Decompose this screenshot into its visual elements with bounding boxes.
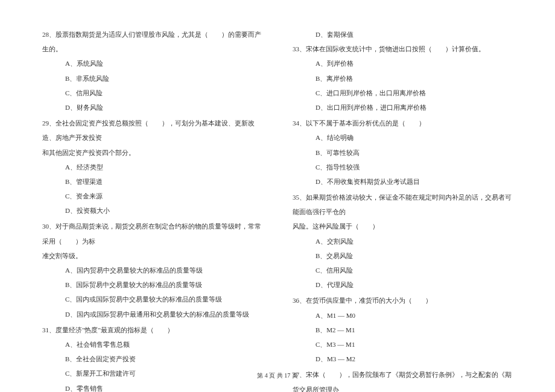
option-d: D、零售销售 xyxy=(42,381,262,393)
option-c: C、国内或国际贸易中交易量较大的标准品的质量等级 xyxy=(42,292,262,306)
option-b: B、交易风险 xyxy=(293,248,513,263)
option-b: B、国际贸易中交易量较大的标准品的质量等级 xyxy=(42,277,262,292)
question-text: 29、全社会固定资产投资总额按照（ ），可划分为基本建设、更新改造、房地产开发投… xyxy=(42,116,262,145)
option-d: D、财务风险 xyxy=(42,100,262,115)
question-continuation: 风险。这种风险属于（ ） xyxy=(293,219,513,233)
option-b: B、可靠性较高 xyxy=(293,145,513,160)
option-b: B、非系统风险 xyxy=(42,71,262,86)
option-b: B、全社会固定资产投资 xyxy=(42,352,262,366)
option-b: B、管理渠道 xyxy=(42,174,262,189)
option-d: D、投资额大小 xyxy=(42,203,262,218)
option-c: C、M3 — M1 xyxy=(293,337,513,352)
question-text: 36、在货币供应量中，准货币的大小为（ ） xyxy=(293,293,513,308)
question-36: 36、在货币供应量中，准货币的大小为（ ） A、M1 — M0 B、M2 — M… xyxy=(293,293,513,366)
option-d: D、出口用到岸价格，进口用离岸价格 xyxy=(293,100,513,115)
left-column: 28、股票指数期货是为适应人们管理股市风险，尤其是（ ）的需要而产生的。 A、系… xyxy=(42,27,262,362)
option-a: A、社会销售零售总额 xyxy=(42,337,262,352)
option-a: A、结论明确 xyxy=(293,130,513,145)
option-d: D、国内或国际贸易中最通用和交易量较大的标准品的质量等级 xyxy=(42,307,262,321)
option-c: C、信用风险 xyxy=(42,86,262,100)
option-a: A、系统风险 xyxy=(42,56,262,71)
question-34: 34、以下不属于基本面分析优点的是（ ） A、结论明确 B、可靠性较高 C、指导… xyxy=(293,116,513,189)
option-c: C、指导性较强 xyxy=(293,160,513,174)
question-30: 30、对于商品期货来说，期货交易所在制定合约标的物的质量等级时，常常采用（ ）为… xyxy=(42,219,262,321)
right-column: D、套期保值 33、宋体在国际收支统计中，货物进出口按照（ ）计算价值。 A、到… xyxy=(293,27,513,362)
question-text: 34、以下不属于基本面分析优点的是（ ） xyxy=(293,116,513,130)
page-footer: 第 4 页 共 17 页 xyxy=(0,371,555,380)
option-a: A、经济类型 xyxy=(42,160,262,174)
option-a: A、M1 — M0 xyxy=(293,308,513,323)
question-text: 31、度量经济"热度"最直观的指标是（ ） xyxy=(42,323,262,337)
question-text: 33、宋体在国际收支统计中，货物进出口按照（ ）计算价值。 xyxy=(293,42,513,56)
option-b: B、M2 — M1 xyxy=(293,323,513,337)
option-c: C、进口用到岸价格，出口用离岸价格 xyxy=(293,86,513,100)
option-a: A、交割风险 xyxy=(293,234,513,248)
question-28: 28、股票指数期货是为适应人们管理股市风险，尤其是（ ）的需要而产生的。 A、系… xyxy=(42,27,262,115)
option-c: C、信用风险 xyxy=(293,263,513,277)
option-d: D、不用收集资料期货从业考试题目 xyxy=(293,174,513,189)
option-d: D、代理风险 xyxy=(293,277,513,292)
option-a: A、到岸价格 xyxy=(293,56,513,71)
question-continuation: 准交割等级。 xyxy=(42,248,262,263)
question-text: 30、对于商品期货来说，期货交易所在制定合约标的物的质量等级时，常常采用（ ）为… xyxy=(42,219,262,248)
question-continuation: 和其他固定资产投资四个部分。 xyxy=(42,145,262,160)
option-a: A、国内贸易中交易量较大的标准品的质量等级 xyxy=(42,263,262,277)
option-c: C、资金来源 xyxy=(42,189,262,203)
option-d: D、套期保值 xyxy=(293,27,513,42)
question-35: 35、如果期货价格波动较大，保证金不能在规定时间内补足的话，交易者可能面临强行平… xyxy=(293,190,513,292)
question-text: 35、如果期货价格波动较大，保证金不能在规定时间内补足的话，交易者可能面临强行平… xyxy=(293,190,513,219)
question-33: 33、宋体在国际收支统计中，货物进出口按照（ ）计算价值。 A、到岸价格 B、离… xyxy=(293,42,513,115)
content-area: 28、股票指数期货是为适应人们管理股市风险，尤其是（ ）的需要而产生的。 A、系… xyxy=(42,27,513,362)
question-text: 28、股票指数期货是为适应人们管理股市风险，尤其是（ ）的需要而产生的。 xyxy=(42,27,262,56)
option-d: D、M3 — M2 xyxy=(293,352,513,366)
option-b: B、离岸价格 xyxy=(293,71,513,86)
question-31: 31、度量经济"热度"最直观的指标是（ ） A、社会销售零售总额 B、全社会固定… xyxy=(42,323,262,392)
question-29: 29、全社会固定资产投资总额按照（ ），可划分为基本建设、更新改造、房地产开发投… xyxy=(42,116,262,218)
